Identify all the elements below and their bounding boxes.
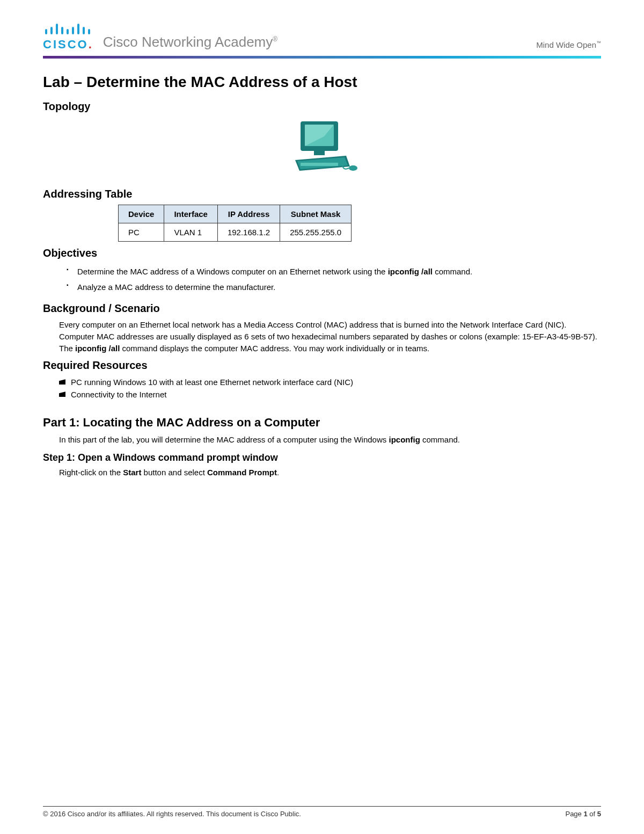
page-footer: © 2016 Cisco and/or its affiliates. All … [43,806,601,818]
document-page: CISCO. Cisco Networking Academy® Mind Wi… [0,0,644,834]
part1-heading: Part 1: Locating the MAC Address on a Co… [43,416,601,430]
cell-ip: 192.168.1.2 [217,223,280,242]
topology-heading: Topology [43,100,601,113]
objectives-heading: Objectives [43,247,601,259]
addressing-heading: Addressing Table [43,188,601,200]
list-item: Connectivity to the Internet [59,388,601,401]
resources-heading: Required Resources [43,359,601,372]
tagline: Mind Wide Open™ [536,40,601,52]
cell-device: PC [119,223,164,242]
lab-title: Lab – Determine the MAC Address of a Hos… [43,74,601,91]
header-gradient-rule [43,56,601,59]
academy-title: Cisco Networking Academy® [103,34,277,52]
svg-rect-12 [314,151,325,155]
list-item: Analyze a MAC address to determine the m… [70,279,601,295]
svg-rect-13 [301,163,338,166]
page-header: CISCO. Cisco Networking Academy® Mind Wi… [43,21,601,56]
topology-diagram [43,117,601,178]
table-row: PC VLAN 1 192.168.1.2 255.255.255.0 [119,223,352,242]
col-interface: Interface [164,205,218,223]
step1-text: Right-click on the Start button and sele… [59,467,601,478]
table-header-row: Device Interface IP Address Subnet Mask [119,205,352,223]
cell-interface: VLAN 1 [164,223,218,242]
part1-intro: In this part of the lab, you will determ… [59,434,601,446]
cell-mask: 255.255.255.0 [280,223,352,242]
computer-icon [284,117,360,176]
brand-block: CISCO. Cisco Networking Academy® [43,21,277,52]
addressing-table: Device Interface IP Address Subnet Mask … [118,205,352,242]
objectives-list: Determine the MAC address of a Windows c… [43,264,601,295]
cisco-bars-icon [43,21,91,37]
copyright-text: © 2016 Cisco and/or its affiliates. All … [43,810,301,818]
svg-point-14 [349,165,357,171]
background-heading: Background / Scenario [43,302,601,315]
col-device: Device [119,205,164,223]
resources-list: PC running Windows 10 with at least one … [43,376,601,401]
cisco-logo: CISCO. [43,21,93,52]
list-item: Determine the MAC address of a Windows c… [70,264,601,279]
col-ip: IP Address [217,205,280,223]
list-item: PC running Windows 10 with at least one … [59,376,601,388]
cisco-wordmark: CISCO. [43,38,93,52]
background-paragraph: Every computer on an Ethernet local netw… [59,319,601,354]
step1-heading: Step 1: Open a Windows command prompt wi… [43,452,601,463]
col-mask: Subnet Mask [280,205,352,223]
page-number: Page 1 of 5 [565,810,601,818]
